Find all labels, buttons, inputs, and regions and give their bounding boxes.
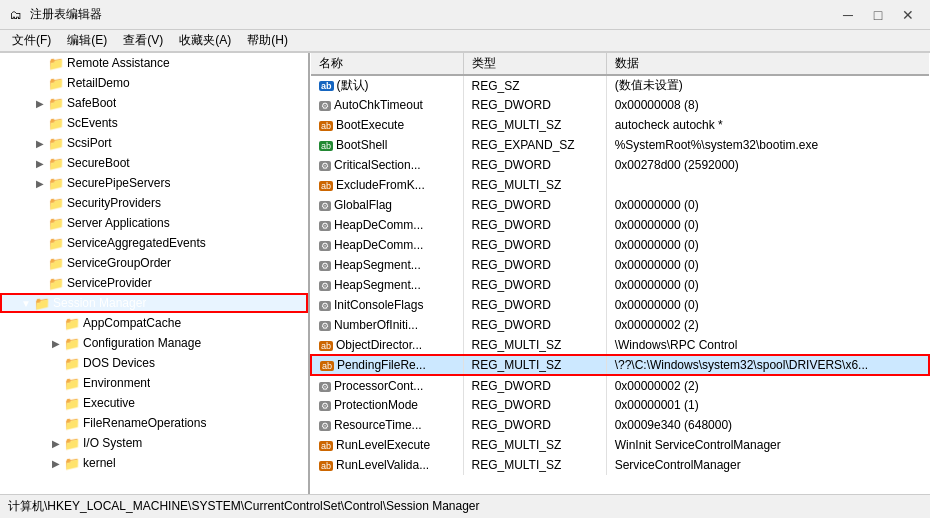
menu-edit[interactable]: 编辑(E) [59,30,115,51]
table-row[interactable]: ⚙HeapSegment...REG_DWORD0x00000000 (0) [311,275,929,295]
table-row[interactable]: ⚙HeapSegment...REG_DWORD0x00000000 (0) [311,255,929,275]
cell-type: REG_DWORD [463,395,606,415]
cell-name: ⚙CriticalSection... [311,155,463,175]
table-row[interactable]: abBootShellREG_EXPAND_SZ%SystemRoot%\sys… [311,135,929,155]
maximize-button[interactable]: □ [864,5,892,25]
tree-item[interactable]: 📁Remote Assistance [0,53,308,73]
cell-data: \??\C:\Windows\system32\spool\DRIVERS\x6… [606,355,929,375]
menu-bar: 文件(F) 编辑(E) 查看(V) 收藏夹(A) 帮助(H) [0,30,930,52]
app-icon: 🗂 [8,7,24,23]
cell-name: abBootShell [311,135,463,155]
table-row[interactable]: ⚙ResourceTime...REG_DWORD0x0009e340 (648… [311,415,929,435]
cell-data: 0x00000000 (0) [606,275,929,295]
tree-item[interactable]: 📁FileRenameOperations [0,413,308,433]
cell-name: ⚙AutoChkTimeout [311,95,463,115]
close-button[interactable]: ✕ [894,5,922,25]
cell-data: autocheck autochk * [606,115,929,135]
tree-item-label: AppCompatCache [83,316,181,330]
table-row[interactable]: ⚙ProtectionModeREG_DWORD0x00000001 (1) [311,395,929,415]
tree-item[interactable]: ▶📁SecureBoot [0,153,308,173]
table-row[interactable]: ⚙HeapDeComm...REG_DWORD0x00000000 (0) [311,235,929,255]
registry-tree[interactable]: 📁Remote Assistance📁RetailDemo▶📁SafeBoot📁… [0,53,310,494]
tree-item-label: Configuration Manage [83,336,201,350]
table-row[interactable]: ⚙NumberOfIniti...REG_DWORD0x00000002 (2) [311,315,929,335]
title-bar: 🗂 注册表编辑器 ─ □ ✕ [0,0,930,30]
table-row[interactable]: abPendingFileRe...REG_MULTI_SZ\??\C:\Win… [311,355,929,375]
tree-item[interactable]: 📁ScEvents [0,113,308,133]
registry-values[interactable]: 名称 类型 数据 ab(默认)REG_SZ(数值未设置)⚙AutoChkTime… [310,53,930,494]
table-row[interactable]: abRunLevelValida...REG_MULTI_SZServiceCo… [311,455,929,475]
tree-item-label: ServiceGroupOrder [67,256,171,270]
col-data[interactable]: 数据 [606,53,929,75]
folder-icon: 📁 [34,295,50,311]
folder-icon: 📁 [48,275,64,291]
tree-item[interactable]: 📁AppCompatCache [0,313,308,333]
table-row[interactable]: ⚙CriticalSection...REG_DWORD0x00278d00 (… [311,155,929,175]
folder-icon: 📁 [48,175,64,191]
tree-item[interactable]: ▶📁Configuration Manage [0,333,308,353]
table-row[interactable]: ⚙ProcessorCont...REG_DWORD0x00000002 (2) [311,375,929,395]
table-row[interactable]: ⚙GlobalFlagREG_DWORD0x00000000 (0) [311,195,929,215]
tree-item[interactable]: 📁DOS Devices [0,353,308,373]
table-row[interactable]: abRunLevelExecuteREG_MULTI_SZWinInit Ser… [311,435,929,455]
table-row[interactable]: ⚙AutoChkTimeoutREG_DWORD0x00000008 (8) [311,95,929,115]
cell-type: REG_MULTI_SZ [463,435,606,455]
table-row[interactable]: ⚙HeapDeComm...REG_DWORD0x00000000 (0) [311,215,929,235]
col-name[interactable]: 名称 [311,53,463,75]
tree-item[interactable]: 📁Server Applications [0,213,308,233]
tree-item-label: SecurePipeServers [67,176,170,190]
tree-item-label: ServiceProvider [67,276,152,290]
table-row[interactable]: ab(默认)REG_SZ(数值未设置) [311,75,929,95]
folder-icon: 📁 [48,155,64,171]
cell-name: ⚙ProcessorCont... [311,375,463,395]
cell-data: 0x00000000 (0) [606,255,929,275]
tree-item[interactable]: ▶📁SecurePipeServers [0,173,308,193]
cell-type: REG_SZ [463,75,606,95]
tree-item[interactable]: 📁Environment [0,373,308,393]
cell-data [606,175,929,195]
cell-type: REG_DWORD [463,95,606,115]
table-row[interactable]: abObjectDirector...REG_MULTI_SZ\Windows\… [311,335,929,355]
cell-name: ⚙GlobalFlag [311,195,463,215]
tree-item[interactable]: ▶📁I/O System [0,433,308,453]
tree-item-label: ScsiPort [67,136,112,150]
cell-type: REG_MULTI_SZ [463,455,606,475]
col-type[interactable]: 类型 [463,53,606,75]
tree-item[interactable]: ▼📁Session Manager [0,293,308,313]
tree-item[interactable]: 📁Executive [0,393,308,413]
tree-item-label: Environment [83,376,150,390]
menu-view[interactable]: 查看(V) [115,30,171,51]
tree-item[interactable]: 📁RetailDemo [0,73,308,93]
menu-file[interactable]: 文件(F) [4,30,59,51]
cell-name: ⚙ResourceTime... [311,415,463,435]
cell-data: ServiceControlManager [606,455,929,475]
tree-item[interactable]: 📁ServiceProvider [0,273,308,293]
window-controls: ─ □ ✕ [834,5,922,25]
table-row[interactable]: abExcludeFromK...REG_MULTI_SZ [311,175,929,195]
cell-type: REG_DWORD [463,155,606,175]
tree-item-label: FileRenameOperations [83,416,206,430]
tree-item[interactable]: 📁ServiceAggregatedEvents [0,233,308,253]
tree-item[interactable]: 📁SecurityProviders [0,193,308,213]
tree-arrow-icon: ▶ [48,338,64,349]
menu-favorites[interactable]: 收藏夹(A) [171,30,239,51]
tree-item-label: ServiceAggregatedEvents [67,236,206,250]
values-table: 名称 类型 数据 ab(默认)REG_SZ(数值未设置)⚙AutoChkTime… [310,53,930,475]
cell-type: REG_MULTI_SZ [463,115,606,135]
table-row[interactable]: ⚙InitConsoleFlagsREG_DWORD0x00000000 (0) [311,295,929,315]
cell-name: ⚙HeapSegment... [311,255,463,275]
tree-item[interactable]: ▶📁kernel [0,453,308,473]
table-row[interactable]: abBootExecuteREG_MULTI_SZautocheck autoc… [311,115,929,135]
folder-icon: 📁 [64,395,80,411]
folder-icon: 📁 [48,55,64,71]
tree-item[interactable]: ▶📁SafeBoot [0,93,308,113]
cell-name: ⚙HeapSegment... [311,275,463,295]
minimize-button[interactable]: ─ [834,5,862,25]
tree-item[interactable]: 📁ServiceGroupOrder [0,253,308,273]
menu-help[interactable]: 帮助(H) [239,30,296,51]
cell-type: REG_DWORD [463,295,606,315]
title-bar-text: 注册表编辑器 [30,6,834,23]
folder-icon: 📁 [64,455,80,471]
tree-item[interactable]: ▶📁ScsiPort [0,133,308,153]
cell-type: REG_MULTI_SZ [463,355,606,375]
